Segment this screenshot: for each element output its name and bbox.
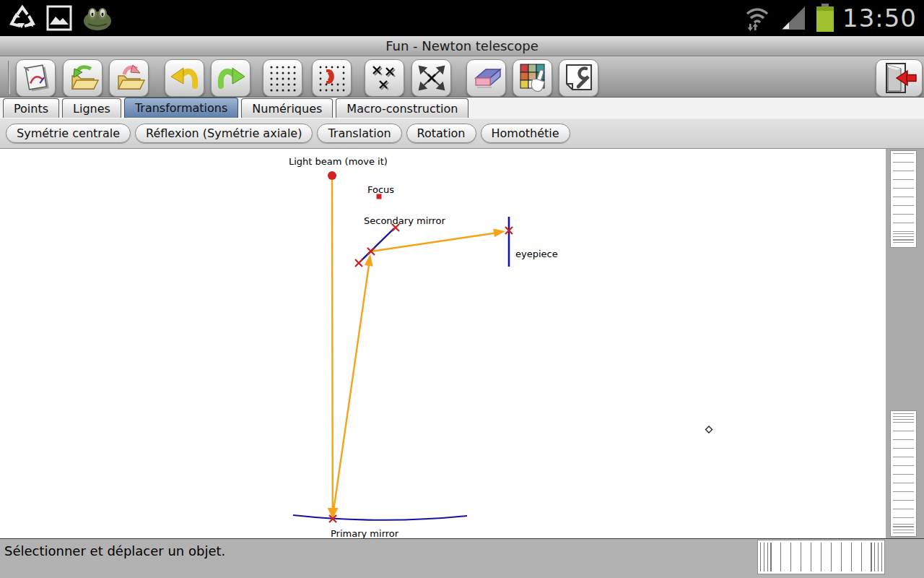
rotation-button[interactable]: Rotation — [406, 124, 476, 143]
status-bar: Sélectionner et déplacer un objet. — [0, 538, 924, 578]
status-message: Sélectionner et déplacer un objet. — [4, 543, 225, 558]
app-window: 13:50 Fun - Newton telescope — [0, 0, 924, 578]
eraser-icon — [470, 64, 503, 92]
redo-button[interactable] — [211, 59, 250, 97]
tab-points[interactable]: Points — [3, 98, 59, 118]
exit-button[interactable] — [876, 59, 923, 97]
secondary-end-point-1[interactable] — [355, 259, 362, 267]
expand-arrows-icon — [416, 63, 448, 93]
reflexion-button[interactable]: Réflexion (Symétrie axiale) — [135, 124, 313, 143]
eyepiece-label: eyepiece — [515, 249, 558, 259]
tab-lignes[interactable]: Lignes — [62, 98, 121, 118]
battery-icon — [815, 4, 835, 33]
reflected-ray-2[interactable] — [371, 233, 495, 252]
secondary-mirror-label: Secondary mirror — [364, 215, 445, 226]
recycle-icon — [9, 4, 36, 32]
new-file-icon — [20, 62, 52, 94]
reflected-ray-2-arrowhead — [493, 228, 505, 237]
vertical-zoom-slider-bottom[interactable] — [890, 410, 917, 537]
magnet-grid-icon — [316, 64, 348, 92]
exit-door-icon — [881, 61, 918, 95]
redo-icon — [214, 63, 248, 93]
undo-button[interactable] — [165, 59, 204, 97]
point-markers — [329, 224, 513, 522]
light-beam-point[interactable] — [328, 171, 336, 180]
symetrie-centrale-button[interactable]: Symétrie centrale — [6, 124, 131, 143]
light-beam-label: Light beam (move it) — [289, 156, 388, 167]
construction-drawing: Light beam (move it) Focus Secondary mir… — [0, 149, 886, 539]
wrench-icon — [562, 62, 596, 94]
reflected-ray-1[interactable] — [333, 265, 369, 516]
tab-numeriques[interactable]: Numériques — [241, 98, 333, 118]
open-recent-button[interactable] — [109, 59, 149, 97]
window-title: Fun - Newton telescope — [385, 38, 539, 53]
vertical-zoom-slider-top[interactable] — [890, 150, 917, 248]
palette-hand-icon — [517, 62, 549, 94]
clock: 13:50 — [842, 4, 917, 33]
open-folder-red-icon — [113, 63, 146, 93]
tab-strip: Points Lignes Transformations Numériques… — [0, 98, 924, 118]
light-beam-ray[interactable] — [332, 180, 333, 508]
focus-label: Focus — [367, 184, 394, 195]
settings-button[interactable] — [559, 59, 598, 97]
right-panel — [886, 149, 924, 539]
new-construction-button[interactable] — [16, 59, 56, 97]
grid-button[interactable] — [263, 59, 302, 97]
geometry-canvas[interactable]: Light beam (move it) Focus Secondary mir… — [0, 148, 924, 538]
undo-icon — [168, 63, 201, 93]
frog-app-icon — [82, 5, 113, 31]
transform-toolbar: Symétrie centrale Réflexion (Symétrie ax… — [0, 118, 924, 148]
slider-stripes — [893, 413, 914, 534]
grid-dots-icon — [267, 64, 299, 92]
slider-stripes — [893, 153, 914, 245]
signal-icon — [779, 5, 808, 31]
points-icon — [369, 64, 401, 92]
diamond-point[interactable] — [706, 426, 712, 433]
homothetie-button[interactable]: Homothétie — [481, 124, 570, 143]
translation-button[interactable]: Translation — [317, 124, 401, 143]
open-file-button[interactable] — [63, 59, 103, 97]
eraser-button[interactable] — [466, 59, 506, 97]
slider-stripes — [760, 543, 882, 571]
horizontal-zoom-slider[interactable] — [757, 540, 885, 574]
title-bar: Fun - Newton telescope — [0, 36, 924, 56]
primary-mirror-curve[interactable] — [293, 515, 467, 520]
appearance-button[interactable] — [513, 59, 552, 97]
toolbar-separator — [8, 61, 10, 94]
move-all-button[interactable] — [411, 59, 451, 97]
open-folder-green-icon — [66, 63, 100, 93]
toolbar — [0, 56, 924, 98]
wifi-icon — [743, 4, 772, 32]
primary-mirror-label: Primary mirror — [331, 528, 399, 539]
snap-to-grid-button[interactable] — [312, 59, 352, 97]
show-points-button[interactable] — [365, 59, 404, 97]
tab-macro-construction[interactable]: Macro-construction — [336, 98, 468, 118]
gallery-icon — [46, 5, 72, 31]
android-status-bar: 13:50 — [0, 0, 924, 36]
tab-transformations[interactable]: Transformations — [124, 98, 238, 118]
secondary-mirror-segment[interactable] — [360, 228, 394, 262]
